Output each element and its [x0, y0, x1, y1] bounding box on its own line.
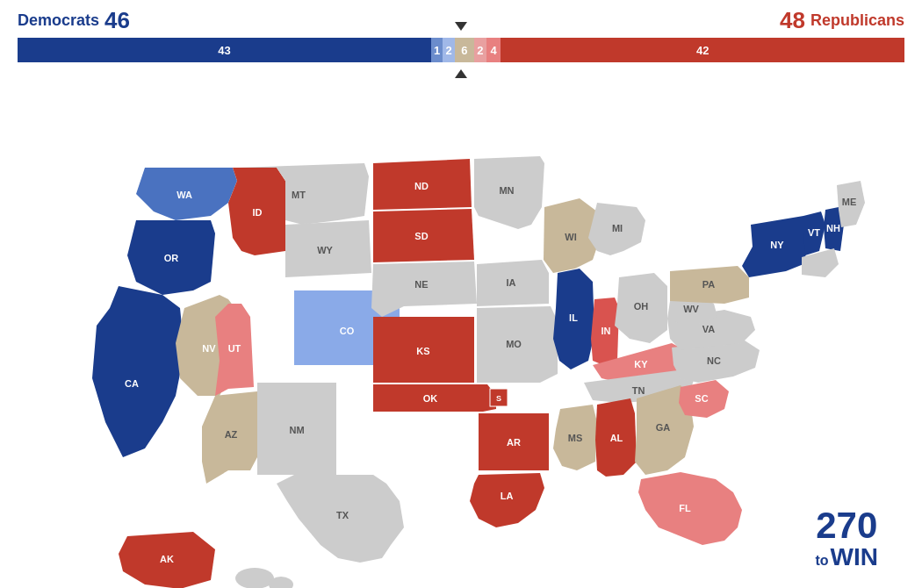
- state-MN[interactable]: [474, 156, 544, 229]
- arrow-bottom-indicator: [455, 69, 467, 78]
- state-ND[interactable]: [373, 159, 472, 210]
- bar-toss-red: 2: [474, 38, 486, 62]
- state-CA[interactable]: [92, 286, 184, 457]
- dem-party-label: Democrats: [18, 11, 99, 30]
- bar-toss-blue: 2: [443, 38, 454, 62]
- state-AR[interactable]: [479, 413, 549, 470]
- state-FL[interactable]: [638, 472, 742, 545]
- header: Democrats 46 48 Republicans: [0, 0, 922, 38]
- logo-number: 270: [815, 507, 878, 544]
- bar-rep-solid: 42: [501, 38, 904, 62]
- logo-win: WIN: [831, 544, 878, 571]
- state-LA[interactable]: [470, 473, 544, 527]
- state-WY[interactable]: [285, 220, 371, 277]
- brand-logo: 270 to WIN: [815, 507, 878, 571]
- progress-bar: 43 1 2 6 2 4 42: [18, 38, 904, 62]
- state-PA[interactable]: [670, 266, 749, 304]
- progress-bar-container: 43 1 2 6 2 4 42: [18, 38, 904, 62]
- state-OK[interactable]: [373, 384, 496, 412]
- state-ME[interactable]: [837, 181, 865, 227]
- arrow-top-indicator: [455, 22, 467, 31]
- state-HI-1[interactable]: [235, 568, 274, 588]
- state-SD[interactable]: [373, 209, 474, 262]
- us-map-svg: WA OR CA ID NV MT WY UT CO AZ NM TX: [18, 80, 904, 588]
- bar-rep-light: 4: [486, 38, 501, 62]
- rep-party-label: Republicans: [810, 11, 904, 30]
- state-S-ok[interactable]: [490, 389, 508, 406]
- state-AK[interactable]: [119, 532, 215, 588]
- state-AL[interactable]: [595, 398, 637, 477]
- state-NM[interactable]: [257, 383, 336, 475]
- bar-dem-light: 1: [431, 38, 443, 62]
- state-WA[interactable]: [136, 168, 237, 220]
- state-UT[interactable]: [215, 304, 254, 396]
- bar-dem-solid: 43: [18, 38, 431, 62]
- state-IN[interactable]: [591, 298, 619, 365]
- state-IL[interactable]: [553, 269, 594, 369]
- state-OR[interactable]: [127, 220, 215, 295]
- state-IA[interactable]: [477, 260, 549, 306]
- state-NE[interactable]: [371, 262, 477, 317]
- state-VT[interactable]: [803, 212, 825, 255]
- bar-toss-tan: 6: [455, 38, 474, 62]
- logo-to: to: [815, 553, 828, 569]
- state-OH[interactable]: [615, 273, 667, 343]
- state-KS[interactable]: [373, 317, 474, 383]
- state-MI[interactable]: [588, 203, 645, 255]
- state-MO[interactable]: [477, 306, 558, 383]
- rep-count: 48: [780, 7, 805, 34]
- us-map-container: WA OR CA ID NV MT WY UT CO AZ NM TX: [18, 80, 904, 588]
- dem-count: 46: [104, 7, 130, 34]
- state-MS[interactable]: [553, 405, 597, 470]
- state-AZ[interactable]: [202, 391, 257, 484]
- state-TX[interactable]: [277, 475, 404, 563]
